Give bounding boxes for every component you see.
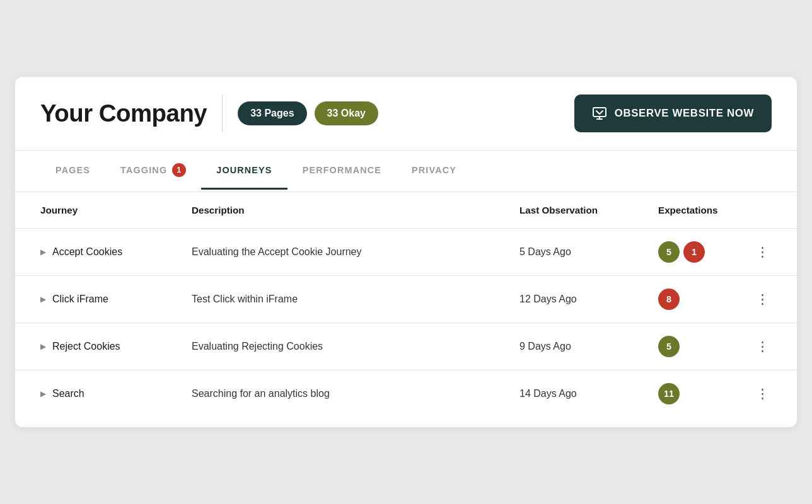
expectations-cell: 8⋮ [658, 289, 772, 310]
pages-badge: 33 Pages [238, 101, 306, 125]
description-cell: Test Click within iFrame [192, 294, 519, 305]
journey-cell: ▶Search [40, 388, 192, 399]
more-menu-button[interactable]: ⋮ [753, 339, 772, 354]
table-body: ▶Accept CookiesEvaluating the Accept Coo… [15, 229, 797, 417]
last-observation-cell: 5 Days Ago [519, 246, 658, 258]
col-description: Description [192, 205, 519, 215]
table-row: ▶SearchSearching for an analytics blog14… [15, 370, 797, 417]
last-observation-cell: 12 Days Ago [519, 294, 658, 305]
observe-button[interactable]: OBSERVE WEBSITE NOW [574, 94, 772, 132]
journey-name: Accept Cookies [52, 246, 122, 258]
table-row: ▶Reject CookiesEvaluating Rejecting Cook… [15, 323, 797, 370]
tagging-badge: 1 [172, 163, 186, 177]
header: Your Company 33 Pages 33 Okay OBSERVE WE… [15, 77, 797, 151]
expectation-badge: 1 [683, 241, 705, 263]
chevron-icon[interactable]: ▶ [40, 389, 46, 398]
expectation-badge: 8 [658, 289, 680, 310]
observe-button-label: OBSERVE WEBSITE NOW [615, 107, 754, 120]
more-menu-button[interactable]: ⋮ [753, 292, 772, 307]
table-row: ▶Click iFrameTest Click within iFrame12 … [15, 276, 797, 323]
svg-rect-0 [593, 108, 606, 117]
col-last-observation: Last Observation [519, 205, 658, 215]
expectations-cell: 5⋮ [658, 336, 772, 357]
expectation-badge: 11 [658, 383, 680, 404]
col-journey: Journey [40, 205, 192, 215]
tab-privacy[interactable]: PRIVACY [397, 152, 472, 190]
journey-cell: ▶Click iFrame [40, 294, 192, 305]
journeys-table: Journey Description Last Observation Exp… [15, 192, 797, 427]
journey-name: Search [52, 388, 84, 399]
tab-performance[interactable]: PERFORMANCE [287, 152, 397, 190]
chevron-icon[interactable]: ▶ [40, 295, 46, 304]
company-name: Your Company [40, 100, 207, 127]
tab-performance-label: PERFORMANCE [303, 165, 381, 175]
more-menu-button[interactable]: ⋮ [753, 244, 772, 260]
expectations-cell: 11⋮ [658, 383, 772, 404]
journey-name: Click iFrame [52, 294, 108, 305]
tab-tagging[interactable]: TAGGING 1 [105, 151, 201, 192]
more-menu-button[interactable]: ⋮ [753, 386, 772, 401]
chevron-icon[interactable]: ▶ [40, 248, 46, 256]
expectation-badge: 5 [658, 241, 680, 263]
tab-pages-label: PAGES [55, 165, 90, 175]
tab-privacy-label: PRIVACY [412, 165, 456, 175]
table-row: ▶Accept CookiesEvaluating the Accept Coo… [15, 229, 797, 276]
expectation-badge: 5 [658, 336, 680, 357]
description-cell: Evaluating Rejecting Cookies [192, 341, 519, 352]
okay-badge: 33 Okay [315, 101, 378, 125]
col-expectations: Expectations [658, 205, 772, 215]
header-divider [222, 94, 223, 132]
last-observation-cell: 9 Days Ago [519, 341, 658, 352]
last-observation-cell: 14 Days Ago [519, 388, 658, 399]
journey-cell: ▶Accept Cookies [40, 246, 192, 258]
journey-cell: ▶Reject Cookies [40, 341, 192, 352]
badges: 33 Pages 33 Okay [238, 101, 378, 125]
chevron-icon[interactable]: ▶ [40, 342, 46, 351]
tab-tagging-label: TAGGING [120, 165, 167, 175]
nav-tabs: PAGES TAGGING 1 JOURNEYS PERFORMANCE PRI… [15, 151, 797, 192]
tab-journeys-label: JOURNEYS [216, 165, 272, 175]
description-cell: Searching for an analytics blog [192, 388, 519, 399]
tab-journeys[interactable]: JOURNEYS [201, 152, 287, 190]
observe-icon [592, 106, 607, 121]
journey-name: Reject Cookies [52, 341, 120, 352]
expectations-cell: 51⋮ [658, 241, 772, 263]
description-cell: Evaluating the Accept Cookie Journey [192, 246, 519, 258]
tab-pages[interactable]: PAGES [40, 152, 105, 190]
main-card: Your Company 33 Pages 33 Okay OBSERVE WE… [15, 77, 797, 427]
table-header: Journey Description Last Observation Exp… [15, 192, 797, 229]
